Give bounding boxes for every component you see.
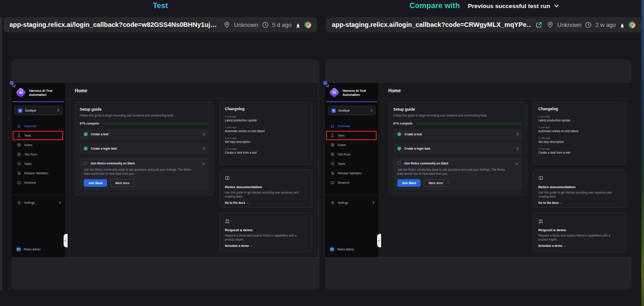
test-url: app-staging.relicx.ai/login_callback?cod… <box>9 21 217 28</box>
compare-run-dropdown[interactable]: Previous successful test run <box>468 3 558 9</box>
session-monitor-icon <box>331 181 335 185</box>
chevron-left-icon <box>378 240 380 241</box>
gear-icon <box>17 201 21 205</box>
sidebar-item-suites: Suites <box>12 140 65 150</box>
clock-icon <box>585 22 592 28</box>
demo-description: Request a demo and explore Relicx's capa… <box>225 234 307 241</box>
docs-title: Relicx documentation <box>225 185 307 189</box>
demo-link: Schedule a demo → <box>538 244 620 247</box>
changelog-title: Changelog <box>225 107 307 111</box>
validation-stamp-icon <box>331 171 335 175</box>
list-icon <box>17 162 21 166</box>
demo-description: Request a demo and explore Relicx's capa… <box>538 234 620 241</box>
sidebar-item-sessions: Sessions <box>12 178 65 187</box>
compare-age: 2 w ago <box>595 22 616 28</box>
project-selector: B boutique <box>328 106 376 115</box>
project-selector: B boutique <box>14 106 62 115</box>
project-badge: B <box>18 108 22 113</box>
sidebar-item-tests: Tests <box>12 131 65 140</box>
step-create-test: ✓ Create a test <box>80 129 209 139</box>
step-join-slack: Join Relicx community on Slack Join the … <box>393 158 522 190</box>
sidebar-item-sessions: Sessions <box>325 178 378 187</box>
progress-label: 67% complete <box>80 122 99 125</box>
mark-done-button: Mark done <box>424 179 448 187</box>
documentation-card: Relicx documentation Use this guide to g… <box>219 169 312 208</box>
grid-icon <box>331 143 335 147</box>
setup-guide-card: Setup guide Follow this guide to begin r… <box>75 102 214 195</box>
test-screenshot-panel: AI Harness AI Test Automation B boutique… <box>12 59 319 290</box>
docs-link: Go to the docs → <box>225 201 307 204</box>
join-slack-button: Join Slack <box>397 179 421 187</box>
mark-done-button: Mark done <box>110 179 135 187</box>
click-location-marker <box>323 80 331 90</box>
columns-icon <box>17 152 21 156</box>
check-circle-icon: ✓ <box>84 132 88 136</box>
chevron-down-icon <box>554 3 558 8</box>
gear-icon <box>331 201 335 205</box>
test-column-title: Test <box>153 1 168 10</box>
project-name: boutique <box>339 109 367 112</box>
app-brand: AI Harness AI Test Automation <box>12 83 65 101</box>
avatar: RA <box>16 247 21 252</box>
setup-guide-card: Setup guide Follow this guide to begin r… <box>388 102 527 195</box>
changelog-title: Changelog <box>538 107 620 111</box>
people-icon <box>538 219 543 224</box>
compare-location: Unknown <box>557 22 581 28</box>
changelog-entry: 1 year ago Automatic retries on test fai… <box>225 126 307 133</box>
brand-name: Harness AI Test Automation <box>343 88 366 97</box>
sidebar-item-suites: Suites <box>325 140 378 150</box>
chevron-left-icon <box>64 240 66 241</box>
user-row: RA Relicx Admin <box>325 247 378 257</box>
click-location-marker <box>9 80 17 90</box>
sidebar-collapse-handle <box>377 234 381 247</box>
location-pin-icon <box>547 22 554 28</box>
chevron-right-icon <box>56 109 59 112</box>
sidebar-item-tasks: Tasks <box>325 159 378 168</box>
sidebar-item-test-runs: Test Runs <box>12 150 65 159</box>
docs-title: Relicx documentation <box>538 185 620 189</box>
tests-highlight-box <box>326 131 377 140</box>
app-content: Home Setup guide Follow this guide to be… <box>65 83 318 257</box>
app-sidebar: AI Harness AI Test Automation B boutique… <box>12 83 65 257</box>
docs-link: Go to the docs → <box>538 201 620 204</box>
sidebar-item-tests: Tests <box>325 131 378 140</box>
chrome-icon <box>629 22 635 28</box>
app-brand: AI Harness AI Test Automation <box>325 83 378 101</box>
step-create-login-task: ✓ Create a login task <box>80 143 209 154</box>
harness-logo-icon: AI <box>329 87 339 98</box>
user-name: Relicx Admin <box>337 248 354 251</box>
sidebar-item-release-validation: Release Validation <box>12 168 65 178</box>
brand-divider <box>13 101 64 102</box>
external-link-icon[interactable] <box>536 22 542 28</box>
changelog-entry: 1 year ago Create a task from a test <box>225 147 307 154</box>
home-icon <box>17 124 21 128</box>
slack-step-description: Join the Relicx community slack to ask q… <box>84 168 196 176</box>
setup-guide-title: Setup guide <box>393 107 522 112</box>
changelog-card: Changelog 1 year ago Latest production u… <box>219 102 312 165</box>
columns-icon <box>331 152 335 156</box>
harness-logo-icon: AI <box>15 87 26 98</box>
book-icon <box>538 176 543 181</box>
changelog-card: Changelog 1 year ago Latest production u… <box>533 102 626 165</box>
compare-column-header: Compare with Previous successful test ru… <box>326 0 641 12</box>
check-circle-icon: ✓ <box>84 147 88 151</box>
sidebar-item-test-runs: Test Runs <box>325 150 378 159</box>
progress-label: 67% complete <box>393 122 412 125</box>
step-create-test: ✓ Create a test <box>393 129 522 139</box>
demo-title: Request a demo <box>538 228 620 232</box>
brand-divider <box>326 101 378 102</box>
unchecked-circle-icon <box>84 161 87 165</box>
test-location: Unknown <box>234 22 258 28</box>
list-icon <box>331 162 335 166</box>
compare-url: app-staging.relicx.ai/login_callback?cod… <box>332 21 531 28</box>
sidebar-divider <box>325 195 378 195</box>
changelog-entry: 1 year ago Create a task from a test <box>538 147 620 154</box>
chevron-down-icon <box>515 161 519 164</box>
check-circle-icon: ✓ <box>397 147 401 151</box>
linux-icon <box>295 22 301 28</box>
linux-icon <box>619 22 625 28</box>
slack-step-description: Join the Relicx community slack to ask q… <box>397 168 510 176</box>
demo-title: Request a demo <box>225 228 307 232</box>
sidebar-collapse-handle <box>64 234 68 247</box>
sidebar-nav: Overview Tests Suites Test Runs T <box>325 121 378 187</box>
